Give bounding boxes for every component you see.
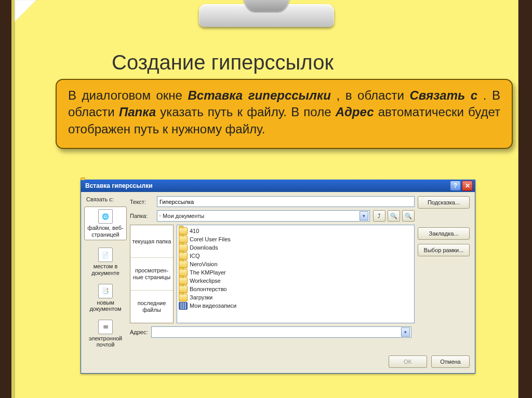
bookmark-button[interactable]: Закладка... <box>418 227 470 240</box>
folder-combo-value: Мои документы <box>163 213 204 219</box>
link-type-item[interactable]: 🌐файлом, веб-страницей <box>84 207 127 240</box>
address-label: Адрес: <box>130 329 148 335</box>
file-list-item[interactable]: Загрузки <box>179 293 413 301</box>
file-name: 410 <box>190 228 199 234</box>
note-text: В диалоговом окне <box>68 88 188 102</box>
text-label: Текст: <box>130 199 154 205</box>
folder-icon <box>159 215 161 216</box>
link-type-label: новым документом <box>84 299 127 312</box>
note-bold: Адрес <box>336 105 374 119</box>
chevron-down-icon[interactable]: ▾ <box>360 211 368 221</box>
dialog-titlebar[interactable]: Вставка гиперссылки ? ✕ <box>81 180 475 192</box>
file-list-item[interactable]: NeroVision <box>179 260 413 268</box>
instruction-callout: В диалоговом окне Вставка гиперссылки , … <box>56 79 513 149</box>
note-text: указать путь к файлу. В поле <box>160 105 335 119</box>
file-list-item[interactable]: The KMPlayer <box>179 268 413 277</box>
up-icon: ⤴ <box>378 213 381 219</box>
file-list-item[interactable]: Мои видеозаписи <box>179 301 413 310</box>
folder-label: Папка: <box>130 213 154 219</box>
note-bold: Папка <box>119 105 156 119</box>
slide-note: Создание гиперссылок В диалоговом окне В… <box>15 0 518 398</box>
display-text-input[interactable] <box>157 196 415 207</box>
folder-up-button[interactable]: ⤴ <box>373 210 385 222</box>
file-list-item[interactable]: Downloads <box>179 243 413 252</box>
cancel-button[interactable]: Отмена <box>431 355 470 368</box>
file-list-item[interactable]: Волонтерство <box>179 285 413 293</box>
file-list-item[interactable]: ICQ <box>179 252 413 260</box>
dialog-title: Вставка гиперссылки <box>85 182 153 189</box>
link-type-label: местом в документе <box>84 263 127 276</box>
file-list-item[interactable]: Corel User Files <box>179 235 413 243</box>
file-name: Workeclipse <box>190 278 221 284</box>
clipboard-clip <box>199 0 334 30</box>
file-list-item[interactable]: Workeclipse <box>179 277 413 285</box>
note-text: , в области <box>336 88 409 102</box>
browse-tab[interactable]: текущая папка <box>130 225 173 258</box>
link-type-icon: ✉ <box>98 320 113 334</box>
help-button[interactable]: ? <box>450 181 461 191</box>
file-name: NeroVision <box>190 261 218 267</box>
note-bold: Вставка гиперссылки <box>188 88 331 102</box>
file-name: The KMPlayer <box>190 269 226 276</box>
folder-search-icon: 🔍 <box>405 213 412 219</box>
link-with-label: Связать с: <box>86 196 114 202</box>
video-icon <box>179 302 188 310</box>
insert-hyperlink-dialog: Вставка гиперссылки ? ✕ Связать с: 🌐файл… <box>81 180 475 374</box>
browse-file-button[interactable]: 🔍 <box>402 210 415 222</box>
file-list-item[interactable]: 410 <box>179 227 413 235</box>
link-type-item[interactable]: 📑новым документом <box>84 284 127 312</box>
link-type-item[interactable]: 📄местом в документе <box>84 248 127 276</box>
target-frame-button[interactable]: Выбор рамки... <box>418 244 470 256</box>
link-type-label: файлом, веб-страницей <box>85 225 126 238</box>
slide-heading: Создание гиперссылок <box>112 51 334 74</box>
note-bold: Связать с <box>409 88 477 102</box>
browse-tabs: текущая папкапросмотрен-ные страницыпосл… <box>130 225 174 323</box>
browse-tab[interactable]: просмотрен-ные страницы <box>130 258 173 291</box>
link-type-item[interactable]: ✉электронной почтой <box>84 320 127 348</box>
browse-web-button[interactable]: 🔍 <box>388 210 400 222</box>
browse-tab[interactable]: последние файлы <box>130 291 173 323</box>
link-type-icon: 📄 <box>98 248 113 262</box>
file-name: Загрузки <box>190 294 212 300</box>
link-type-label: электронной почтой <box>84 335 127 348</box>
globe-search-icon: 🔍 <box>390 213 397 219</box>
file-name: Corel User Files <box>190 236 231 242</box>
chevron-down-icon[interactable]: ▾ <box>401 327 410 337</box>
file-name: Мои видеозаписи <box>190 303 236 309</box>
link-type-icon: 📑 <box>98 284 113 298</box>
file-list[interactable]: 410Corel User FilesDownloadsICQNeroVisio… <box>177 225 415 323</box>
link-type-icon: 🌐 <box>98 209 113 224</box>
folder-combo[interactable]: Мои документы ▾ <box>157 210 370 222</box>
address-combo[interactable]: ▾ <box>151 326 411 338</box>
screen-tip-button[interactable]: Подсказка... <box>418 196 470 209</box>
file-name: Downloads <box>190 244 218 251</box>
file-name: ICQ <box>190 253 200 259</box>
file-name: Волонтерство <box>190 286 227 292</box>
ok-button[interactable]: OK <box>389 355 427 368</box>
folder-icon <box>179 294 188 301</box>
close-button[interactable]: ✕ <box>462 181 473 191</box>
